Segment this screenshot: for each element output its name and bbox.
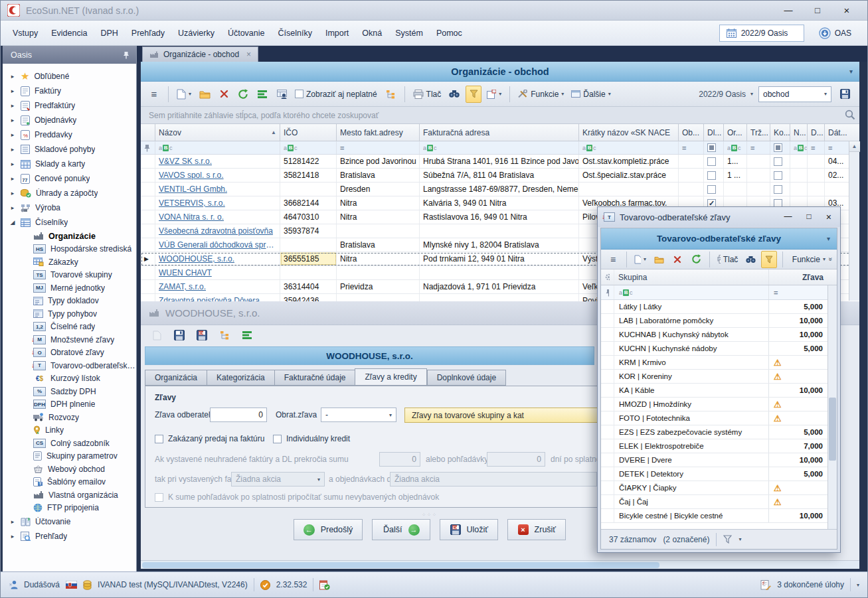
- scrollbar-thumb[interactable]: [142, 562, 659, 568]
- list-item[interactable]: Čaj | Čaj ⚠: [601, 495, 837, 509]
- sidebar-item-uhrady[interactable]: ▸Úhrady a zápočty: [3, 186, 136, 200]
- maximize-button[interactable]: □: [807, 212, 812, 222]
- address-cell[interactable]: Rastislavova 16, 949 01 Nitra: [420, 210, 579, 224]
- discount-cell[interactable]: ⚠: [769, 411, 827, 425]
- menu-dph[interactable]: DPH: [94, 25, 124, 42]
- list-item[interactable]: KRM | Krmivo ⚠: [601, 356, 837, 370]
- align-list-icon[interactable]: [239, 327, 255, 344]
- list-item[interactable]: KA | Káble ⚠10,000: [601, 384, 837, 398]
- ico-cell[interactable]: 36682144: [280, 196, 337, 210]
- trz-cell[interactable]: [747, 155, 770, 168]
- customer-discount-input[interactable]: [210, 408, 267, 422]
- menu-uctovanie[interactable]: Účtovanie: [221, 25, 272, 42]
- discount-cell[interactable]: ⚠10,000: [769, 384, 827, 397]
- sidebar-item-skupiny-parametrov[interactable]: Skupiny parametrov: [3, 450, 136, 463]
- table-row[interactable]: ▶ V&VZ SK s.r.o. 51281422 Bzince pod Jav…: [141, 155, 859, 169]
- group-cell[interactable]: HMOZD | Hmoždínky: [614, 398, 769, 411]
- filter-cell[interactable]: =: [747, 141, 770, 154]
- dl-cell[interactable]: [704, 169, 724, 182]
- ico-cell[interactable]: 46470310: [280, 210, 337, 224]
- functions-button[interactable]: Funkcie▾: [788, 251, 826, 268]
- trz-cell[interactable]: [747, 183, 770, 196]
- checkbox[interactable]: [707, 157, 716, 166]
- expand-icon[interactable]: ▸: [9, 175, 16, 182]
- ico-cell[interactable]: [280, 266, 337, 279]
- minimize-button[interactable]: —: [784, 212, 792, 222]
- filter-cell[interactable]: aBc: [280, 141, 337, 154]
- column-header-nace[interactable]: Krátky názov «SK NACE: [579, 124, 679, 141]
- checkbox[interactable]: [707, 171, 716, 180]
- nace-cell[interactable]: [579, 183, 679, 196]
- group-cell[interactable]: FOTO | Fototechnika: [614, 411, 769, 425]
- chevron-down-icon[interactable]: ▾: [857, 582, 859, 588]
- sidebar-item-tovarovo-odberatelske[interactable]: ↓TTovarovo-odberateľské...: [3, 359, 136, 372]
- column-header-dat[interactable]: Dát...: [825, 124, 849, 141]
- column-header-ko[interactable]: Ko...: [770, 124, 790, 141]
- functions-button[interactable]: Funkcie▾: [516, 86, 566, 103]
- scrollbar-thumb[interactable]: [829, 398, 836, 461]
- address-cell[interactable]: [420, 266, 579, 279]
- menu-okna[interactable]: Okná: [355, 25, 389, 42]
- discount-cell[interactable]: ⚠10,000: [769, 328, 827, 341]
- city-cell[interactable]: Bratislava: [337, 238, 420, 252]
- grid-vertical-scrollbar[interactable]: ▲: [849, 141, 859, 301]
- ko-cell[interactable]: [770, 155, 790, 168]
- nace-cell[interactable]: Ost.stav.kompletiz.práce: [579, 155, 679, 168]
- sidebar-item-skladove-pohyby[interactable]: ▸Skladové pohyby: [3, 142, 136, 157]
- group-cell[interactable]: KUCHN | Kuchynské nádoby: [614, 342, 769, 355]
- organization-link[interactable]: VÚB Generali dôchodková sprá...: [159, 240, 276, 250]
- align-list-icon[interactable]: [254, 86, 270, 103]
- receivables-input[interactable]: [487, 452, 545, 467]
- turnover-discount-select[interactable]: -▾: [321, 408, 396, 422]
- group-cell[interactable]: LAB | Laboratórne pomôcky: [614, 314, 769, 327]
- gear-icon[interactable]: [601, 269, 614, 285]
- dat-cell[interactable]: 02...: [825, 169, 849, 182]
- organization-link[interactable]: VAVOS spol. s r.o.: [159, 171, 224, 180]
- discount-cell[interactable]: ⚠5,000: [769, 300, 827, 313]
- tab-close-icon[interactable]: ×: [246, 50, 251, 59]
- group-cell[interactable]: KRM | Krmivo: [614, 356, 769, 369]
- address-cell[interactable]: Hrubá Strana 1401, 916 11 Bzince pod Jav…: [420, 155, 579, 168]
- column-header-ico[interactable]: IČO: [280, 124, 337, 141]
- discount-cell[interactable]: ⚠: [769, 495, 827, 508]
- menu-hamburger-icon[interactable]: ≡: [605, 251, 621, 268]
- expand-icon[interactable]: ▸: [9, 518, 16, 525]
- city-cell[interactable]: Nitra: [337, 252, 420, 265]
- city-cell[interactable]: Bratislava: [337, 169, 420, 182]
- cancel-button[interactable]: ×Zrušiť: [507, 519, 566, 540]
- city-cell[interactable]: Bzince pod Javorinou: [337, 155, 420, 168]
- period-selector[interactable]: 2022/9 Oasis: [719, 25, 804, 42]
- column-header-ob[interactable]: Ob...: [679, 124, 704, 141]
- sidebar-item-colny-sadzobnik[interactable]: CSColný sadzobník: [3, 437, 136, 450]
- search-binoculars-button[interactable]: [446, 86, 462, 103]
- filter-cell[interactable]: aBc: [579, 141, 679, 154]
- horizontal-scrollbar[interactable]: [141, 560, 859, 569]
- refresh-button[interactable]: [235, 86, 251, 103]
- tab-zlavy-a-kredity[interactable]: Zľavy a kredity: [355, 368, 426, 386]
- group-cell[interactable]: KA | Káble: [614, 384, 769, 397]
- organization-link[interactable]: V&VZ SK s.r.o.: [159, 157, 212, 166]
- menu-ciselniky[interactable]: Číselníky: [272, 25, 319, 42]
- search-icon[interactable]: [845, 110, 855, 120]
- nace-cell[interactable]: Ost.špecializ.stav.práce: [579, 169, 679, 182]
- expand-icon[interactable]: ▸: [9, 204, 16, 211]
- organization-link[interactable]: Všeobecná zdravotná poisťovňa: [159, 226, 273, 236]
- column-header-adresa[interactable]: Fakturačná adresa: [420, 124, 579, 141]
- sidebar-item-ftp-pripojenia[interactable]: FTP pripojenia: [3, 502, 136, 515]
- open-button[interactable]: [651, 251, 667, 268]
- list-item[interactable]: KOR | Koreniny ⚠: [601, 370, 837, 384]
- sidebar-item-vyroba[interactable]: ▸Výroba: [3, 200, 136, 215]
- ico-cell[interactable]: 36314404: [280, 280, 337, 293]
- filter-button[interactable]: [761, 251, 777, 268]
- d-cell[interactable]: [808, 169, 825, 182]
- sidebar-item-hospodarske-strediska[interactable]: HSHospodárske strediská: [3, 243, 136, 256]
- checkbox[interactable]: [295, 90, 304, 98]
- table-row[interactable]: ▶ VENTIL-GH Gmbh. Dresden Langstrasse 14…: [141, 183, 859, 196]
- sidebar-item-kurzovy-listok[interactable]: €$Kurzový lístok: [3, 372, 136, 386]
- sidebar-item-dph-plnenie[interactable]: DPHDPH plnenie: [3, 398, 136, 411]
- more-buttons-icon[interactable]: »: [827, 258, 835, 262]
- tasks-icon[interactable]: [760, 580, 771, 590]
- filter-cell[interactable]: [704, 141, 724, 154]
- sidebar-item-rozvozy[interactable]: Rozvozy: [3, 411, 136, 424]
- checkbox[interactable]: [707, 185, 716, 194]
